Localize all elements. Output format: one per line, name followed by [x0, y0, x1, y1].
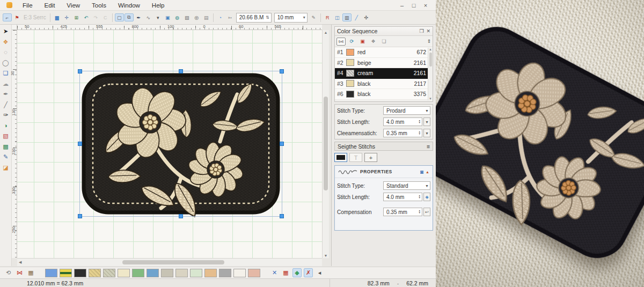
measure-icon[interactable]: ╱: [352, 13, 361, 21]
compensation-dropdown-button[interactable]: ▾: [423, 129, 430, 137]
palette-swatch[interactable]: [161, 269, 173, 277]
pen-tool[interactable]: ✒: [3, 91, 8, 97]
scroll-down-icon[interactable]: ▼: [429, 97, 432, 100]
palette-swatch[interactable]: [132, 269, 144, 277]
merge-color-icon[interactable]: ❏: [379, 38, 389, 46]
patch-design[interactable]: [82, 73, 280, 215]
float-panel-icon[interactable]: ❒: [419, 28, 423, 34]
scroll-up-icon[interactable]: ▲: [323, 31, 329, 34]
lasso-tool[interactable]: ◌: [4, 49, 8, 55]
eraser-icon[interactable]: ◆: [292, 268, 302, 277]
vertical-scrollbar[interactable]: ▲ ▼: [322, 30, 329, 258]
palette-swatch[interactable]: [248, 269, 260, 277]
zoom-icon[interactable]: ◎: [192, 13, 201, 21]
curve-icon[interactable]: ∿: [144, 13, 153, 21]
menu-window[interactable]: Window: [112, 1, 146, 10]
page-icon[interactable]: ▧: [182, 13, 192, 21]
pen2-icon[interactable]: ✎: [309, 13, 318, 21]
link-icon[interactable]: ⧉: [125, 13, 134, 21]
redo-icon[interactable]: ↷: [91, 13, 100, 21]
view3d-icon[interactable]: ◫: [333, 13, 342, 21]
copy-color-icon[interactable]: ❖: [369, 38, 378, 46]
thread-color-swatch[interactable]: [346, 91, 354, 98]
horizontal-scroll-thumb[interactable]: [122, 260, 224, 264]
pencil-tool[interactable]: ✎: [3, 154, 8, 160]
menu-help[interactable]: Help: [146, 1, 171, 10]
combo-arrow-icon[interactable]: ⇅: [266, 15, 269, 20]
vertical-scroll-thumb[interactable]: [324, 97, 328, 190]
paste-icon[interactable]: ▆: [53, 13, 62, 21]
palette-swatch[interactable]: [45, 269, 57, 277]
length-combo[interactable]: 20.66 B.M⇅: [236, 13, 272, 23]
palette-swatch[interactable]: [118, 269, 130, 277]
maximize-icon[interactable]: □: [408, 2, 420, 9]
palette-swatch[interactable]: [233, 269, 246, 277]
fill-tool[interactable]: ◑: [4, 123, 8, 129]
stitch-length-input[interactable]: 4.0 mm▲▼: [383, 117, 422, 126]
pin-icon[interactable]: ⇕: [427, 39, 431, 44]
menu-tools[interactable]: Tools: [86, 1, 112, 10]
length-link-button[interactable]: ◈: [423, 193, 430, 201]
scroll-left-icon[interactable]: ◀: [19, 260, 21, 264]
node-edit-tool[interactable]: ❖: [3, 39, 9, 45]
marquee-select-icon[interactable]: ▢: [115, 13, 124, 21]
flag-icon[interactable]: ⚑: [12, 13, 21, 21]
section-menu-icon[interactable]: ≡: [427, 143, 430, 150]
palette-swatch[interactable]: [74, 269, 86, 277]
color-row[interactable]: #3black2117: [335, 79, 433, 90]
doc-edit-tool[interactable]: ▧: [3, 133, 8, 139]
brush-tool[interactable]: ✑: [3, 112, 8, 118]
scroll-down-icon[interactable]: ▼: [323, 254, 329, 257]
color-row[interactable]: #2beige2161: [335, 58, 433, 69]
compensation-extra-button[interactable]: ↩: [423, 208, 430, 216]
scroll-up-icon[interactable]: ▲: [429, 48, 432, 51]
stitch-marker-icon[interactable]: ⋈: [15, 268, 24, 277]
close-panel-icon[interactable]: ✕: [426, 28, 430, 34]
horizontal-scrollbar[interactable]: ◀: [17, 258, 322, 266]
palette-grid-icon[interactable]: ▦: [26, 268, 35, 277]
palette-swatch[interactable]: [103, 269, 115, 277]
pen-icon[interactable]: ✒: [134, 13, 143, 21]
undo-icon[interactable]: ↶: [82, 13, 91, 21]
combo-arrow-icon[interactable]: ▾: [303, 15, 305, 20]
remove-stitch-icon[interactable]: ✗: [304, 268, 313, 277]
history-icon[interactable]: ◔: [216, 13, 225, 21]
stitch-type-select[interactable]: Standard▼: [383, 181, 430, 190]
color-row[interactable]: #1red672: [335, 47, 433, 58]
shape-tool[interactable]: ◪: [3, 165, 8, 171]
more-dropdown-icon[interactable]: ▾: [153, 13, 163, 21]
palette-swatch[interactable]: [219, 269, 231, 277]
compensation-input[interactable]: 0.35 mm▲▼: [383, 129, 422, 137]
palette-edit-icon[interactable]: ▦: [281, 268, 290, 277]
resequence-icon[interactable]: ⟳: [347, 38, 356, 46]
thread-color-swatch[interactable]: [346, 80, 354, 87]
image-icon[interactable]: ▤: [202, 13, 211, 21]
thread-color-swatch[interactable]: [346, 59, 354, 66]
panel-toggle-icon[interactable]: ▥: [342, 13, 352, 21]
blob-tool[interactable]: ☁: [3, 81, 9, 87]
hoop-tool-icon[interactable]: ⌐: [3, 13, 12, 21]
select-tool[interactable]: ➤: [3, 28, 8, 34]
direction-icon[interactable]: ➳: [225, 13, 235, 21]
length-dropdown-button[interactable]: ▾: [423, 117, 430, 126]
thread-color-swatch[interactable]: [346, 49, 354, 56]
layers-tool[interactable]: ❏: [3, 70, 9, 76]
region-icon[interactable]: R: [323, 13, 332, 21]
globe-icon[interactable]: ◍: [173, 13, 182, 21]
add-design-icon[interactable]: ▣: [163, 13, 172, 21]
menu-view[interactable]: View: [61, 1, 86, 10]
toggle-view-icon[interactable]: ◙: [420, 169, 423, 175]
menu-file[interactable]: File: [17, 1, 39, 10]
travel-icon[interactable]: ⟲: [4, 268, 13, 277]
txt-toggle-button[interactable]: t×t: [336, 38, 346, 46]
palette-swatch[interactable]: [60, 269, 72, 277]
scissors-icon[interactable]: ✕: [270, 268, 279, 277]
scroll-thumb[interactable]: [429, 53, 432, 67]
section-header[interactable]: Seigthe Stitchs ≡: [334, 142, 433, 151]
color-row[interactable]: #4cream2161: [335, 68, 433, 79]
color-row[interactable]: #6black3375: [335, 89, 433, 100]
close-icon[interactable]: ×: [420, 2, 431, 9]
repeat-icon[interactable]: C: [101, 13, 110, 21]
compensation-input[interactable]: 0.35 mm▲▼: [383, 208, 422, 216]
add-button[interactable]: +: [364, 153, 377, 162]
